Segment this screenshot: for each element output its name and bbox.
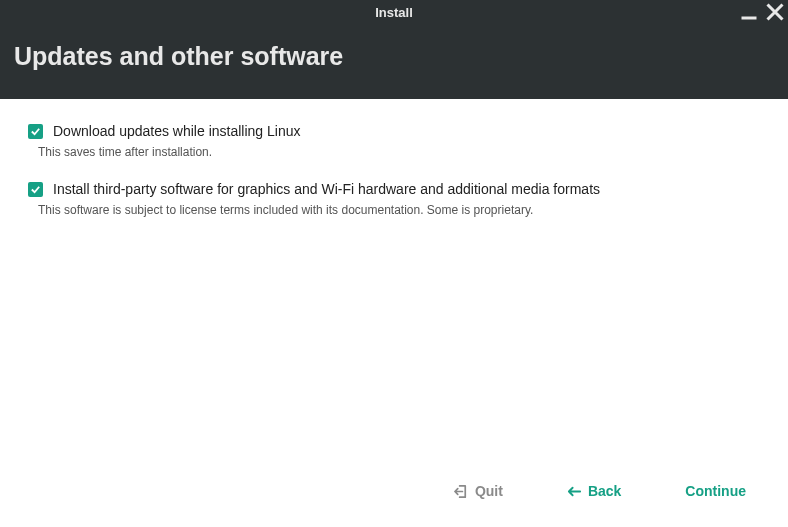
option-row: Install third-party software for graphic…	[28, 181, 760, 197]
checkbox-download-updates[interactable]	[28, 124, 43, 139]
option-description: This saves time after installation.	[38, 145, 760, 159]
footer-buttons: Quit Back Continue	[0, 455, 788, 527]
continue-button[interactable]: Continue	[685, 483, 746, 499]
arrow-left-icon	[567, 484, 582, 499]
quit-icon	[454, 484, 469, 499]
check-icon	[30, 184, 41, 195]
window-title: Install	[375, 5, 413, 20]
checkbox-third-party[interactable]	[28, 182, 43, 197]
minimize-icon[interactable]	[740, 3, 758, 21]
quit-button[interactable]: Quit	[454, 483, 503, 499]
svg-rect-0	[742, 17, 757, 20]
close-icon[interactable]	[766, 3, 784, 21]
back-button[interactable]: Back	[567, 483, 621, 499]
option-third-party: Install third-party software for graphic…	[28, 181, 760, 217]
page-title: Updates and other software	[14, 42, 774, 71]
option-download-updates: Download updates while installing Linux …	[28, 123, 760, 159]
quit-label: Quit	[475, 483, 503, 499]
option-description: This software is subject to license term…	[38, 203, 760, 217]
page-header: Updates and other software	[0, 24, 788, 99]
titlebar: Install	[0, 0, 788, 24]
continue-label: Continue	[685, 483, 746, 499]
window-controls	[740, 0, 784, 24]
main-content: Download updates while installing Linux …	[0, 99, 788, 263]
option-row: Download updates while installing Linux	[28, 123, 760, 139]
option-label[interactable]: Download updates while installing Linux	[53, 123, 301, 139]
check-icon	[30, 126, 41, 137]
option-label[interactable]: Install third-party software for graphic…	[53, 181, 600, 197]
back-label: Back	[588, 483, 621, 499]
